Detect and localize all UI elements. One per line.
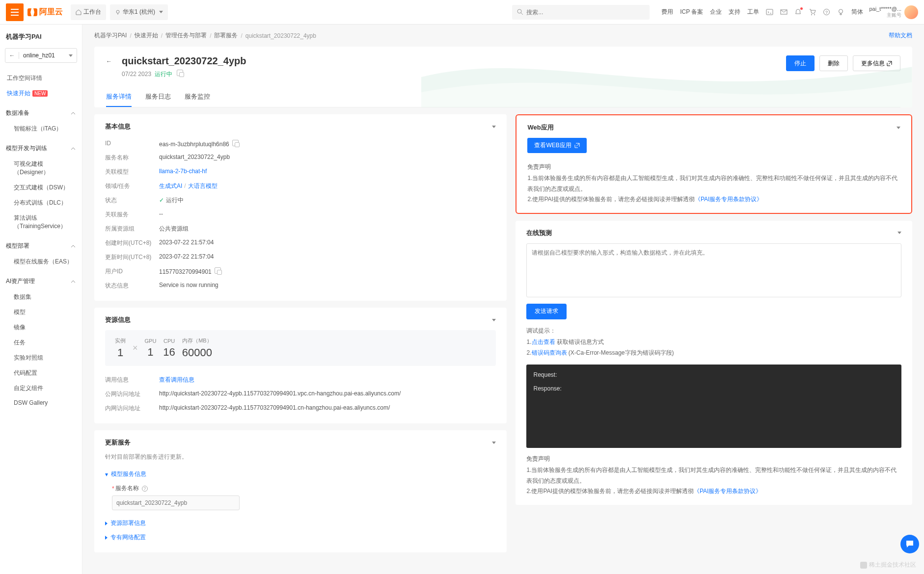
update-heading: 更新服务: [105, 438, 131, 447]
nav-icp[interactable]: ICP 备案: [680, 8, 703, 16]
sidebar-item-task[interactable]: 任务: [5, 335, 77, 350]
collapse-icon[interactable]: [897, 232, 901, 234]
tab-logs[interactable]: 服务日志: [145, 87, 171, 107]
workspace-value: online_hz01: [19, 52, 69, 59]
cloudshell-icon[interactable]: [766, 8, 773, 16]
resource-summary: 实例1 × GPU1 CPU16 内存（MB）60000: [105, 330, 496, 366]
nav-ticket[interactable]: 工单: [747, 8, 759, 16]
predict-input[interactable]: [526, 243, 901, 297]
help-icon[interactable]: ?: [823, 8, 830, 16]
search-box[interactable]: [512, 5, 650, 20]
workspace-button[interactable]: 工作台: [71, 4, 106, 20]
group-label: 数据准备: [6, 109, 29, 117]
feedback-fab[interactable]: [900, 535, 919, 553]
gpu-value: 1: [145, 346, 157, 359]
domain-link-b[interactable]: 大语言模型: [188, 183, 217, 189]
sidebar-quickstart[interactable]: 快速开始NEW: [5, 86, 77, 101]
nav-support[interactable]: 支持: [729, 8, 740, 16]
workspace-label: 工作台: [83, 8, 101, 16]
delete-button[interactable]: 删除: [819, 55, 848, 71]
svg-point-4: [811, 14, 812, 15]
more-info-button[interactable]: 更多信息: [853, 55, 900, 71]
sidebar-item-component[interactable]: 自定义组件: [5, 381, 77, 396]
cart-icon[interactable]: [809, 8, 816, 16]
model-link[interactable]: llama-2-7b-chat-hf: [159, 168, 207, 175]
sidebar: 机器学习PAI ← online_hz01 工作空间详情 快速开始NEW 数据准…: [0, 25, 82, 574]
online-predict-card: 在线预测 发送请求 调试提示： 1.点击查看 获取错误信息方式 2.错误码查询表…: [516, 221, 912, 505]
terms-link-2[interactable]: 《PAI服务专用条款协议》: [694, 488, 761, 495]
tip2-link[interactable]: 错误码查询表: [532, 349, 567, 356]
sidebar-item-experiment[interactable]: 实验对照组: [5, 350, 77, 365]
chevron-down-icon: [69, 54, 73, 57]
top-bar: 阿里云 工作台 华东1 (杭州) 费用 ICP 备案 企业 支持 工单 ? 简体…: [0, 0, 924, 25]
page-date: 07/22 2023: [122, 71, 151, 78]
copy-icon[interactable]: [232, 140, 239, 146]
workspace-select[interactable]: ← online_hz01: [5, 48, 77, 63]
sidebar-item-designer[interactable]: 可视化建模（Designer）: [5, 157, 77, 180]
domain-link-a[interactable]: 生成式AI: [159, 183, 182, 189]
back-icon[interactable]: ←: [5, 52, 19, 59]
tab-detail[interactable]: 服务详情: [106, 87, 132, 107]
request-response-console: Request: Response:: [526, 365, 901, 448]
sidebar-workspace-detail[interactable]: 工作空间详情: [5, 71, 77, 86]
new-badge: NEW: [32, 90, 48, 97]
sidebar-item-dsw[interactable]: 交互式建模（DSW）: [5, 180, 77, 195]
region-selector[interactable]: 华东1 (杭州): [110, 4, 168, 20]
lang-switch[interactable]: 简体: [851, 8, 863, 16]
info-icon[interactable]: ?: [142, 486, 148, 492]
accordion-resource-deploy[interactable]: 资源部署信息: [105, 516, 496, 530]
stop-button[interactable]: 停止: [786, 55, 815, 71]
sidebar-item-gallery[interactable]: DSW Gallery: [5, 396, 77, 410]
sidebar-group-dev[interactable]: 模型开发与训练: [5, 140, 77, 157]
svg-point-1: [517, 9, 521, 13]
created-value: 2023-07-22 21:57:04: [159, 239, 214, 247]
crumb-1[interactable]: 机器学习PAI: [94, 31, 127, 40]
chevron-down-icon: [159, 11, 163, 13]
sidebar-item-code[interactable]: 代码配置: [5, 365, 77, 381]
sidebar-item-dataset[interactable]: 数据集: [5, 289, 77, 305]
send-request-button[interactable]: 发送请求: [526, 304, 567, 319]
sidebar-item-eas[interactable]: 模型在线服务（EAS）: [5, 254, 77, 269]
external-link-icon: [574, 143, 580, 148]
avatar: [904, 5, 918, 19]
copy-icon[interactable]: [215, 267, 221, 274]
terms-link[interactable]: 《PAI服务专用条款协议》: [695, 196, 762, 203]
sidebar-item-itag[interactable]: 智能标注（iTAG）: [5, 121, 77, 136]
menu-icon[interactable]: [6, 3, 24, 21]
crumb-2[interactable]: 快速开始: [135, 31, 158, 40]
nav-enterprise[interactable]: 企业: [710, 8, 722, 16]
sidebar-group-assets[interactable]: AI资产管理: [5, 273, 77, 289]
bell-icon[interactable]: [794, 8, 802, 16]
user-menu[interactable]: pai_t*****@... 主账号: [869, 5, 918, 19]
search-input[interactable]: [526, 9, 645, 16]
call-info-link[interactable]: 查看调用信息: [159, 376, 194, 383]
public-url-value: http://quickstart-20230722-4ypb.11577032…: [159, 390, 401, 398]
sidebar-item-training[interactable]: 算法训练（TrainingService）: [5, 210, 77, 234]
tab-monitor[interactable]: 服务监控: [185, 87, 210, 107]
collapse-icon[interactable]: [897, 127, 900, 129]
sidebar-group-deploy[interactable]: 模型部署: [5, 238, 77, 254]
crumb-4[interactable]: 部署服务: [214, 31, 238, 40]
mail-icon[interactable]: [780, 8, 788, 16]
view-webapp-button[interactable]: 查看WEB应用: [527, 138, 586, 153]
brand-logo[interactable]: 阿里云: [27, 7, 63, 17]
accordion-vpc-config[interactable]: 专有网络配置: [105, 530, 496, 545]
nav-billing[interactable]: 费用: [661, 8, 673, 16]
sidebar-item-image[interactable]: 镜像: [5, 320, 77, 335]
region-label: 华东1 (杭州): [123, 8, 155, 16]
mem-value: 60000: [182, 346, 212, 359]
sidebar-item-model[interactable]: 模型: [5, 305, 77, 320]
sidebar-group-data[interactable]: 数据准备: [5, 105, 77, 121]
help-docs-link[interactable]: 帮助文档: [889, 31, 912, 40]
tip1-link[interactable]: 点击查看: [532, 339, 555, 345]
back-button[interactable]: ←: [106, 56, 117, 67]
web-app-card: Web应用 查看WEB应用 免责声明 1.当前体验服务生成的所有内容都是由人工智…: [516, 114, 912, 214]
copy-icon[interactable]: [177, 70, 183, 76]
collapse-icon[interactable]: [492, 319, 496, 321]
sidebar-item-dlc[interactable]: 分布式训练（DLC）: [5, 195, 77, 210]
collapse-icon[interactable]: [492, 442, 496, 444]
collapse-icon[interactable]: [492, 126, 496, 128]
accordion-model-service[interactable]: ▾模型服务信息: [105, 467, 496, 481]
crumb-3[interactable]: 管理任务与部署: [165, 31, 207, 40]
bulb-icon[interactable]: [837, 8, 844, 16]
